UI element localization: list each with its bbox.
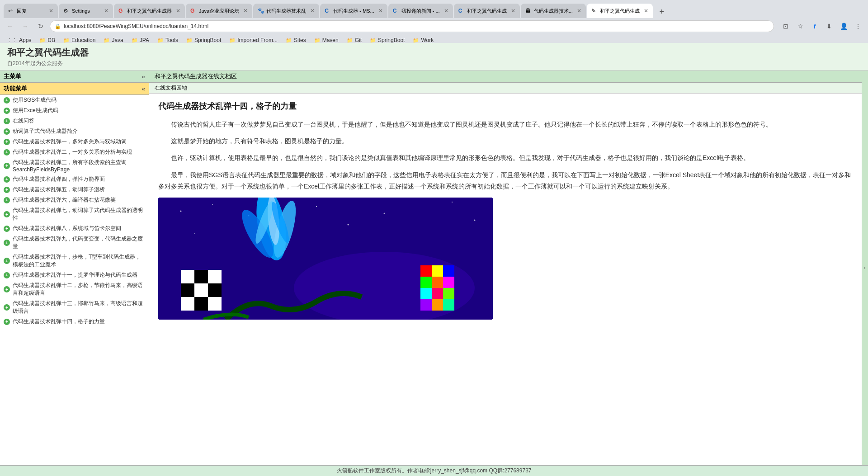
menu-item-label-8: 代码生成器技术乱弹四，弹性万能界面 [13, 175, 105, 183]
svg-point-6 [452, 202, 453, 203]
menu-dot-7 [4, 163, 10, 169]
menu-dot-2 [4, 108, 10, 114]
tab-7[interactable]: C 我投递的新闻 - ... ✕ [388, 4, 453, 18]
git-folder-icon: 📁 [347, 38, 353, 43]
menu-item-label-7: 代码生成器技术乱弹三，所有字段搜索的主查询SearchByFieldsByPag… [13, 159, 145, 173]
sidebar-menu-item-7[interactable]: 代码生成器技术乱弹三，所有字段搜索的主查询SearchByFieldsByPag… [0, 157, 149, 174]
bookmark-sites-label: Sites [294, 37, 306, 43]
tab-10-close[interactable]: ✕ [644, 8, 648, 14]
tab-9-title: 代码生成器技术... [534, 8, 573, 14]
svg-rect-32 [420, 288, 432, 299]
menu-item-label-9: 代码生成器技术乱弹五，动词算子漫析 [13, 186, 105, 193]
sidebar-menu-item-11[interactable]: 代码生成器技术乱弹七，动词算子式代码生成器的透明性 [0, 205, 149, 223]
sidebar-func-collapse-icon[interactable]: « [142, 85, 145, 92]
bookmark-imported-label: Imported From... [237, 37, 278, 43]
main-content: 和平之翼代码生成器在线文档区 在线文档园地 代码生成器技术乱弹十四，格子的力量 … [149, 71, 862, 465]
tab-2[interactable]: ⚙ Settings ✕ [59, 4, 113, 18]
sidebar-menu-item-14[interactable]: 代码生成器技术乱弹十，步枪，T型车到代码生成器，模板法的工业魔术 [0, 252, 149, 270]
menu-dot-9 [4, 187, 10, 193]
back-button[interactable]: ← [4, 20, 16, 33]
sidebar-main-menu-label: 主菜单 [4, 72, 21, 80]
sidebar-menu-item-6[interactable]: 代码生成器技术乱弹二，一对多关系的分析与实现 [0, 147, 149, 157]
tab-2-close[interactable]: ✕ [104, 8, 108, 14]
sidebar-collapse-left-icon[interactable]: « [142, 73, 145, 80]
lock-icon: 🔒 [55, 24, 61, 29]
sidebar-menu-item-5[interactable]: 代码生成器技术乱弹一，多对多关系与双域动词 [0, 137, 149, 147]
tab-10-title: 和平之翼代码生成 [600, 8, 640, 14]
svg-rect-20 [181, 283, 194, 297]
tab-6-close[interactable]: ✕ [378, 8, 383, 14]
tab-1-title: 回复 [17, 8, 45, 14]
page-header: 和平之翼代码生成器 自2014年起为公众服务 [0, 43, 868, 71]
tab-7-close[interactable]: ✕ [444, 8, 448, 14]
tab-4-close[interactable]: ✕ [243, 8, 248, 14]
tab-5[interactable]: 🐾 代码生成器技术乱 ✕ [253, 4, 319, 18]
doc-paragraph-2: 这就是梦开始的地方，只有符号和表格，图灵机是格子的力量。 [158, 136, 853, 147]
new-tab-button[interactable]: + [656, 5, 668, 18]
screen-cast-icon[interactable]: ⊡ [779, 20, 792, 33]
bookmark-education-label: Education [71, 37, 95, 43]
svg-rect-33 [432, 288, 443, 299]
sidebar-menu-item-18[interactable]: 代码生成器技术乱弹十四，格子的力量 [0, 316, 149, 327]
sidebar-func-collapse-icons[interactable]: « [142, 85, 145, 92]
svg-rect-23 [181, 297, 194, 311]
sidebar-menu-item-12[interactable]: 代码生成器技术乱弹八，系统域与笛卡尔空间 [0, 223, 149, 234]
sidebar-menu-item-3[interactable]: 在线问答 [0, 116, 149, 126]
doc-title: 代码生成器技术乱弹十四，格子的力量 [158, 101, 853, 112]
refresh-button[interactable]: ↻ [34, 20, 47, 33]
doc-paragraph-1: 传说古代的哲人庄子有一次做梦梦见自己变成了一台图灵机，于是他醒了，但是他也不知道… [158, 119, 853, 130]
sidebar-menu-item-8[interactable]: 代码生成器技术乱弹四，弹性万能界面 [0, 174, 149, 184]
tab-3-close[interactable]: ✕ [176, 8, 180, 14]
bookmark-apps-label: Apps [19, 37, 31, 43]
svg-rect-21 [194, 283, 208, 297]
sidebar-menu-item-15[interactable]: 代码生成器技术乱弹十一，提罗华理论与代码生成器 [0, 270, 149, 280]
svg-point-7 [474, 219, 476, 221]
tab-6[interactable]: C 代码生成器 - MS... ✕ [320, 4, 387, 18]
tab-1-close[interactable]: ✕ [49, 8, 53, 14]
site-subtitle: 自2014年起为公众服务 [7, 60, 861, 67]
tab-5-close[interactable]: ✕ [310, 8, 315, 14]
browser-toolbar-icons: ⊡ ☆ f ⬇ 👤 ⋮ [779, 20, 864, 33]
sidebar-menu-item-10[interactable]: 代码生成器技术乱弹六，编译器在拈花微笑 [0, 195, 149, 205]
svg-rect-26 [420, 265, 432, 277]
sidebar-menu-item-2[interactable]: 使用Excel生成代码 [0, 105, 149, 116]
tab-9[interactable]: 🏛 代码生成器技术... ✕ [521, 4, 586, 18]
facebook-icon[interactable]: f [808, 20, 821, 33]
tab-8[interactable]: C 和平之翼代码生成 ✕ [454, 4, 520, 18]
tab-9-close[interactable]: ✕ [577, 8, 581, 14]
sidebar-menu-item-16[interactable]: 代码生成器技术乱弹十二，步枪，节鞭竹马来，高级语言和超级语言 [0, 280, 149, 298]
tab-4[interactable]: G Java企业应用论坛 ✕ [186, 4, 252, 18]
profile-icon[interactable]: 👤 [837, 20, 850, 33]
springboot2-folder-icon: 📁 [370, 38, 376, 43]
tab-10[interactable]: ✎ 和平之翼代码生成 ✕ [587, 4, 653, 18]
address-bar-row: ← → ↻ 🔒 localhost:8080/PeaceWingSMEU/onl… [0, 18, 868, 34]
svg-point-8 [194, 233, 195, 234]
sidebar-menu-item-1[interactable]: 使用SGS生成代码 [0, 95, 149, 105]
doc-body[interactable]: 代码生成器技术乱弹十四，格子的力量 传说古代的哲人庄子有一次做梦梦见自己变成了一… [149, 94, 862, 465]
download-icon[interactable]: ⬇ [823, 20, 835, 33]
sidebar-menu-item-13[interactable]: 代码生成器技术乱弹九，代码变变变，代码生成器之度量 [0, 234, 149, 252]
menu-item-label-17: 代码生成器技术乱弹十三，邯郸竹马来，高级语言和超级语言 [13, 300, 145, 315]
menu-icon[interactable]: ⋮ [852, 20, 864, 33]
tab-8-close[interactable]: ✕ [511, 8, 515, 14]
tab-1[interactable]: ↩ 回复 ✕ [4, 4, 58, 18]
sidebar-menu-item-4[interactable]: 动词算子式代码生成器简介 [0, 126, 149, 137]
svg-rect-36 [432, 299, 443, 311]
menu-item-label-2: 使用Excel生成代码 [13, 107, 58, 114]
tab-3[interactable]: G 和平之翼代码生成器 ✕ [114, 4, 185, 18]
sidebar-collapse-icons[interactable]: « [142, 73, 145, 80]
svg-point-5 [384, 212, 385, 214]
sidebar: 主菜单 « 功能菜单 « 使用SGS生成代码使用Excel生成代码在线问答动词算… [0, 71, 149, 465]
menu-dot-16 [4, 286, 10, 292]
sidebar-menu-item-17[interactable]: 代码生成器技术乱弹十三，邯郸竹马来，高级语言和超级语言 [0, 298, 149, 316]
right-collapse-panel[interactable]: › [862, 71, 868, 465]
tab-5-title: 代码生成器技术乱 [266, 8, 306, 14]
forward-button[interactable]: → [19, 20, 32, 33]
bookmark-java-label: Java [112, 37, 123, 43]
menu-item-label-13: 代码生成器技术乱弹九，代码变变变，代码生成器之度量 [13, 235, 145, 250]
address-bar[interactable]: 🔒 localhost:8080/PeaceWingSMEU/onlinedoc… [50, 20, 774, 32]
bookmark-springboot-label: SpringBoot [194, 37, 221, 43]
bookmark-star-icon[interactable]: ☆ [794, 20, 807, 33]
sidebar-menu-item-9[interactable]: 代码生成器技术乱弹五，动词算子漫析 [0, 184, 149, 195]
right-collapse-button[interactable]: › [862, 71, 868, 465]
